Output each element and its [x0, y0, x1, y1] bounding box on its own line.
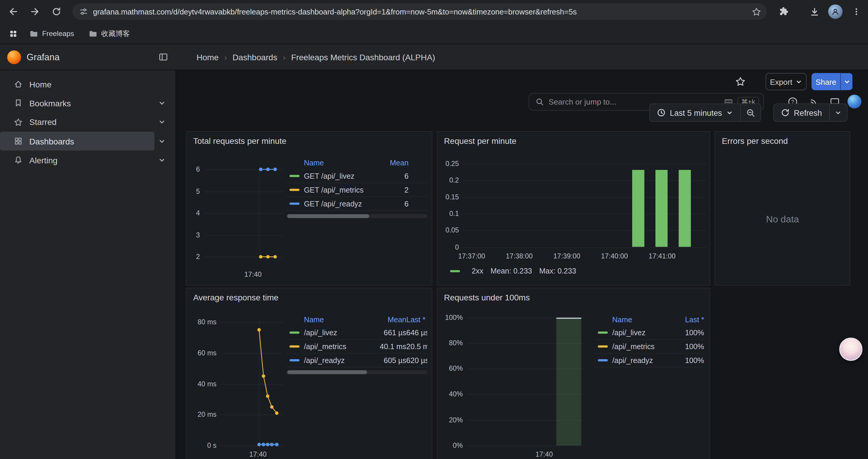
x-axis-label: 17:39:00 — [548, 252, 586, 261]
reload-icon — [52, 6, 61, 17]
series-color-dash — [289, 175, 300, 177]
legend-table: NameMeanGET /api/_livez6GET /api/_metric… — [286, 156, 428, 210]
panel-title[interactable]: Errors per second — [722, 136, 788, 145]
sidebar-row: Home — [0, 75, 176, 94]
sidebar-row: Dashboards — [0, 132, 176, 151]
legend-scrollbar[interactable] — [286, 370, 428, 374]
reload-button[interactable] — [47, 2, 66, 21]
forward-button[interactable] — [25, 2, 44, 21]
zoom-out-time-button[interactable] — [740, 104, 761, 121]
export-label: Export — [770, 77, 793, 86]
legend-col-header[interactable]: Last * — [406, 315, 427, 323]
legend-row[interactable]: /api/_metrics100% — [594, 340, 704, 354]
legend-row[interactable]: GET /api/_readyz6 — [286, 197, 428, 211]
scrollbar-thumb[interactable] — [287, 370, 367, 374]
sidebar-item-home[interactable]: Home — [0, 75, 155, 94]
chevron-down-icon — [726, 109, 733, 116]
breadcrumb-item[interactable]: Freeleaps Metrics Dashboard (ALPHA) — [291, 52, 435, 62]
legend-col-header[interactable]: Mean — [378, 315, 406, 323]
folder-icon — [29, 29, 38, 38]
breadcrumb-item[interactable]: Home — [196, 52, 219, 62]
share-button[interactable]: Share — [812, 73, 840, 90]
chart-legend: 2xx Mean: 0.233 Max: 0.233 — [447, 267, 576, 275]
apps-icon — [14, 137, 23, 145]
user-avatar[interactable] — [848, 95, 862, 108]
sidebar-item-dashboards[interactable]: Dashboards — [0, 132, 155, 151]
gridline — [467, 446, 583, 446]
grafana-header-left: Grafana — [0, 44, 176, 70]
chevron-down-icon[interactable] — [155, 100, 169, 107]
share-button-group: Share — [812, 73, 852, 90]
time-picker-group: Last 5 minutes — [649, 103, 761, 122]
legend-col-name[interactable]: Name — [286, 159, 380, 167]
apps-shortcut-button[interactable] — [6, 26, 21, 41]
sidebar-row: Starred — [0, 112, 176, 131]
share-menu-button[interactable] — [840, 73, 852, 90]
legend-row[interactable]: GET /api/_livez6 — [286, 169, 428, 183]
chevron-down-icon[interactable] — [155, 119, 169, 126]
back-button[interactable] — [4, 2, 23, 21]
legend-col-name[interactable]: Name — [594, 315, 673, 323]
breadcrumb-item[interactable]: Dashboards — [232, 52, 277, 62]
legend-row[interactable]: /api/_livez661 µs646 µs — [286, 326, 428, 340]
bookmark-item[interactable]: Freeleaps — [24, 27, 79, 40]
floating-avatar[interactable] — [839, 338, 863, 361]
favorite-dashboard-button[interactable] — [733, 74, 747, 89]
y-axis-label: 0.25 — [437, 160, 459, 168]
x-axis-label: 17:37:00 — [452, 252, 491, 261]
extensions-button[interactable] — [774, 2, 793, 21]
search-icon — [535, 97, 544, 106]
forward-arrow-icon — [30, 6, 40, 17]
legend-row[interactable]: /api/_livez100% — [594, 326, 704, 340]
chevron-down-icon[interactable] — [155, 157, 169, 164]
downloads-button[interactable] — [805, 2, 824, 21]
refresh-button[interactable]: Refresh — [774, 104, 829, 121]
sidebar-item-starred[interactable]: Starred — [0, 113, 155, 132]
bookmark-item[interactable]: 收藏博客 — [84, 26, 135, 41]
breadcrumb-separator: › — [283, 52, 285, 62]
download-icon — [809, 6, 819, 17]
series-name: /api/_livez — [612, 328, 673, 337]
legend-col-name[interactable]: Name — [286, 315, 378, 323]
bookmark-star-icon[interactable] — [752, 7, 761, 16]
grafana-logo[interactable] — [7, 50, 21, 64]
bookmark-icon — [14, 99, 23, 107]
sidebar-item-alerting[interactable]: Alerting — [0, 151, 155, 169]
legend-col-header[interactable]: Mean — [380, 159, 408, 167]
grafana-header: Grafana Home›Dashboards›Freeleaps Metric… — [0, 44, 868, 70]
zoom-out-icon — [746, 108, 755, 117]
legend-row[interactable]: GET /api/_metrics2 — [286, 183, 428, 197]
sidebar-item-bookmarks[interactable]: Bookmarks — [0, 94, 155, 112]
series-name: /api/_readyz — [612, 356, 673, 364]
scrollbar-thumb[interactable] — [287, 214, 369, 218]
site-settings-icon[interactable] — [79, 7, 88, 16]
legend-scrollbar[interactable] — [286, 214, 428, 218]
bookmarks-bar: Freeleaps收藏博客 — [0, 23, 868, 44]
address-bar[interactable]: grafana.mathmast.com/d/deytv4rwavabkb/fr… — [72, 3, 767, 20]
legend-row[interactable]: /api/_readyz100% — [594, 354, 704, 367]
refresh-group: Refresh — [773, 103, 848, 122]
legend-row[interactable]: /api/_readyz605 µs620 µs — [286, 354, 428, 367]
legend-col-header[interactable]: Last * — [673, 315, 704, 323]
series-name: GET /api/_livez — [304, 172, 380, 180]
series-max: Max: 0.233 — [539, 267, 576, 275]
series-name[interactable]: 2xx — [471, 267, 483, 275]
chevron-down-icon[interactable] — [155, 138, 169, 145]
bar — [556, 318, 581, 446]
refresh-icon — [781, 108, 789, 117]
series-value: 2 — [380, 186, 408, 194]
dock-panel-icon — [158, 52, 168, 62]
dock-menu-button[interactable] — [158, 52, 168, 62]
refresh-interval-button[interactable] — [829, 104, 847, 121]
export-button[interactable]: Export — [766, 73, 807, 90]
gridline — [463, 197, 706, 198]
y-axis-label: 0.2 — [437, 176, 459, 185]
browser-menu-button[interactable] — [847, 2, 866, 21]
profile-button[interactable] — [826, 2, 845, 21]
sidebar-item-label: Bookmarks — [29, 98, 71, 108]
legend-row[interactable]: /api/_metrics40.1 ms20.5 ms — [286, 340, 428, 354]
y-axis-label: 80% — [437, 339, 463, 348]
url-text[interactable]: grafana.mathmast.com/d/deytv4rwavabkb/fr… — [93, 7, 747, 15]
legend-header-row: NameMeanLast * — [286, 313, 428, 326]
time-range-button[interactable]: Last 5 minutes — [650, 104, 740, 121]
